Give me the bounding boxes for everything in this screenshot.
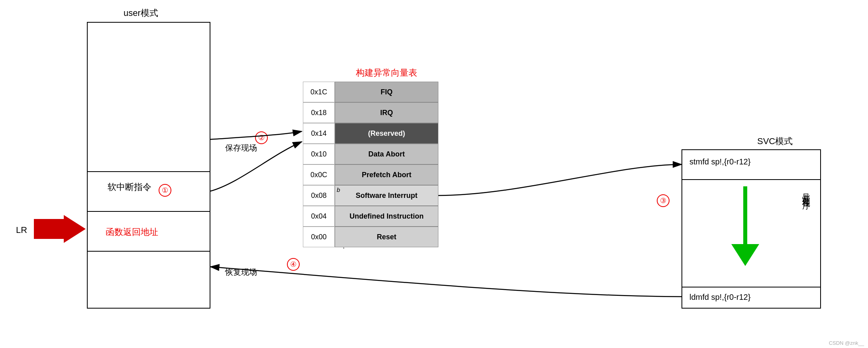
- vector-row-prefetch: 0x0C Prefetch Abort: [303, 164, 438, 185]
- soft-interrupt-label: 软中断指令: [108, 181, 151, 193]
- circle-3: ③: [657, 194, 670, 207]
- svc-ldmfd-label: ldmfd sp!,{r0-r12}: [689, 293, 750, 302]
- svc-line1: [681, 179, 821, 180]
- vector-addr-swi: 0x08: [303, 185, 335, 206]
- green-down-arrow: [729, 186, 761, 266]
- vector-addr-reset: 0x00: [303, 227, 335, 247]
- vector-name-fiq: FIQ: [335, 82, 438, 102]
- vector-table-title: 构建异常向量表: [331, 67, 442, 79]
- vector-addr-reserved: 0x14: [303, 123, 335, 144]
- circle-1: ①: [159, 184, 171, 197]
- vector-row-swi: 0x08 b Software Interrupt: [303, 185, 438, 206]
- vector-addr-prefetch: 0x0C: [303, 164, 335, 185]
- vector-name-reserved: (Reserved): [335, 123, 438, 144]
- vector-name-data-abort: Data Abort: [335, 144, 438, 164]
- vector-row-reset: 0x00 Reset: [303, 227, 438, 247]
- vector-row-irq: 0x18 IRQ: [303, 102, 438, 123]
- vector-name-undef: Undefined Instruction: [335, 206, 438, 227]
- svc-mode-label: SVC模式: [757, 135, 793, 147]
- svg-marker-5: [34, 215, 86, 243]
- dot: .: [343, 242, 345, 250]
- vector-addr-irq: 0x18: [303, 102, 335, 123]
- restore-scene-label: 恢复现场: [225, 267, 257, 278]
- svc-line2: [681, 287, 821, 287]
- svc-stmfd-label: stmfd sp!,{r0-r12}: [689, 157, 750, 166]
- watermark: CSDN @znk__: [829, 340, 864, 346]
- swi-b-prefix: b: [337, 186, 340, 193]
- vector-row-undef: 0x04 Undefined Instruction: [303, 206, 438, 227]
- vector-name-swi: b Software Interrupt: [335, 185, 438, 206]
- vector-row-data-abort: 0x10 Data Abort: [303, 144, 438, 164]
- save-scene-label: 保存现场: [225, 143, 257, 153]
- user-mode-box: [87, 22, 210, 309]
- func-return-label: 函数返回地址: [106, 226, 158, 238]
- svg-marker-1: [731, 244, 759, 266]
- diagram-container: user模式 软中断指令 函数返回地址 LR ① ② ③ ④ 保存现场 恢复现场…: [0, 0, 868, 348]
- user-mode-line3: [87, 251, 210, 252]
- vector-name-irq: IRQ: [335, 102, 438, 123]
- vector-row-fiq: 0x1C FIQ: [303, 82, 438, 102]
- vector-name-prefetch: Prefetch Abort: [335, 164, 438, 185]
- vector-addr-data-abort: 0x10: [303, 144, 335, 164]
- vector-table: 0x1C FIQ 0x18 IRQ 0x14 (Reserved) 0x10 D…: [303, 82, 438, 247]
- user-mode-line2: [87, 211, 210, 212]
- lr-label: LR: [16, 225, 27, 235]
- vector-addr-fiq: 0x1C: [303, 82, 335, 102]
- circle-4: ④: [287, 258, 300, 271]
- user-mode-label: user模式: [124, 7, 158, 19]
- user-mode-line1: [87, 171, 210, 172]
- vector-addr-undef: 0x04: [303, 206, 335, 227]
- vector-name-reset: Reset: [335, 227, 438, 247]
- exception-handler-text: 异常处理程序: [801, 187, 812, 197]
- vector-row-reserved: 0x14 (Reserved): [303, 123, 438, 144]
